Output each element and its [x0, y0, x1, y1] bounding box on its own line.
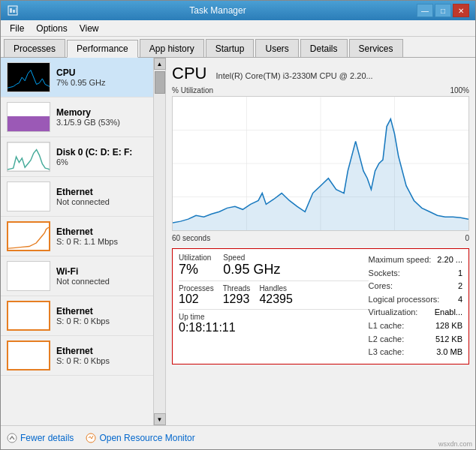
menu-bar: File Options View — [1, 20, 475, 37]
ethernet3-stat: S: 0 R: 0 Kbps — [56, 316, 147, 326]
chart-label-right: 100% — [450, 86, 469, 94]
window-controls: — □ ✕ — [417, 4, 469, 17]
cpu-chart — [172, 96, 469, 231]
ethernet3-thumbnail — [7, 301, 50, 331]
sidebar-item-wifi[interactable]: Wi-Fi Not connected — [1, 256, 153, 296]
main-panel: CPU Intel(R) Core(TM) i3-2330M CPU @ 2.2… — [166, 58, 475, 425]
sidebar-item-ethernet3[interactable]: Ethernet S: 0 R: 0 Kbps — [1, 296, 153, 336]
tab-startup[interactable]: Startup — [206, 39, 255, 57]
ethernet1-stat: Not connected — [56, 197, 147, 206]
wifi-thumbnail — [7, 261, 50, 291]
watermark: wsxdn.com — [438, 440, 472, 448]
ethernet4-info: Ethernet S: 0 R: 0 Kbps — [56, 346, 147, 365]
sidebar-item-ethernet2[interactable]: Ethernet S: 0 R: 1.1 Mbps — [1, 217, 153, 256]
right-stat-l1: L1 cache: 128 KB — [369, 320, 462, 333]
svg-point-15 — [8, 434, 17, 442]
sidebar-item-memory[interactable]: Memory 3.1/5.9 GB (53%) — [1, 98, 153, 137]
menu-options[interactable]: Options — [30, 22, 73, 35]
cpu-stat: 7% 0.95 GHz — [56, 78, 147, 87]
cpu-description: Intel(R) Core(TM) i3-2330M CPU @ 2.20... — [215, 71, 372, 80]
disk-name: Disk 0 (C: D: E: F: — [56, 147, 147, 158]
minimize-button[interactable]: — — [417, 4, 433, 17]
memory-thumbnail — [7, 102, 50, 132]
disk-info: Disk 0 (C: D: E: F: 6% — [56, 147, 147, 166]
sidebar-item-ethernet1[interactable]: Ethernet Not connected — [1, 177, 153, 217]
maximize-button[interactable]: □ — [435, 4, 451, 17]
stats-box: Utilization 7% Speed 0.95 GHz — [172, 248, 469, 364]
tab-services[interactable]: Services — [349, 39, 403, 57]
right-stat-sockets: Sockets: 1 — [369, 267, 462, 280]
chevron-up-icon — [7, 433, 17, 443]
stats-left: Utilization 7% Speed 0.95 GHz — [179, 254, 369, 334]
uptime-value: 0:18:11:11 — [179, 321, 369, 334]
open-resource-monitor-button[interactable]: Open Resource Monitor — [86, 433, 194, 443]
chart-time-row: 60 seconds 0 — [172, 234, 469, 242]
stats-main-row: Utilization 7% Speed 0.95 GHz — [179, 254, 462, 359]
svg-rect-6 — [8, 223, 49, 250]
content-area: CPU 7% 0.95 GHz Memory 3.1/5.9 GB (53%) — [1, 58, 475, 425]
handles-group: Handles 42395 — [259, 284, 293, 306]
task-manager-window: Task Manager — □ ✕ File Options View Pro… — [0, 0, 476, 450]
wifi-stat: Not connected — [56, 277, 147, 286]
open-resource-monitor-label: Open Resource Monitor — [99, 433, 194, 443]
ethernet2-stat: S: 0 R: 1.1 Mbps — [56, 237, 147, 246]
threads-label: Threads — [223, 284, 251, 292]
close-button[interactable]: ✕ — [453, 4, 469, 17]
memory-name: Memory — [56, 107, 147, 118]
bottom-bar: Fewer details Open Resource Monitor wsxd… — [1, 425, 475, 449]
svg-rect-4 — [8, 63, 50, 92]
disk-stat: 6% — [56, 158, 147, 166]
wifi-info: Wi-Fi Not connected — [56, 266, 147, 286]
right-stat-cores: Cores: 2 — [369, 280, 462, 293]
speed-label: Speed — [223, 254, 280, 262]
uptime-label: Up time — [179, 313, 369, 321]
processes-value: 102 — [179, 292, 214, 306]
sidebar-item-disk[interactable]: Disk 0 (C: D: E: F: 6% — [1, 137, 153, 177]
sidebar-item-cpu[interactable]: CPU 7% 0.95 GHz — [1, 58, 153, 98]
window-icon — [7, 4, 19, 16]
cpu-thumbnail — [7, 62, 50, 92]
svg-rect-3 — [16, 8, 17, 13]
memory-stat: 3.1/5.9 GB (53%) — [56, 118, 147, 127]
right-stats: Maximum speed: 2.20 ... Sockets: 1 Cores… — [369, 254, 462, 359]
scroll-thumb[interactable] — [155, 71, 165, 94]
chart-time-right: 0 — [465, 234, 469, 242]
cpu-info: CPU 7% 0.95 GHz — [56, 68, 147, 87]
ethernet1-thumbnail — [7, 182, 50, 212]
disk-thumbnail — [7, 142, 50, 172]
speed-value: 0.95 GHz — [223, 262, 280, 278]
chart-time-left: 60 seconds — [172, 234, 210, 242]
menu-file[interactable]: File — [4, 22, 30, 35]
processes-group: Processes 102 — [179, 284, 214, 306]
scroll-up-button[interactable]: ▲ — [154, 58, 166, 70]
tab-users[interactable]: Users — [255, 39, 298, 57]
ethernet4-thumbnail — [7, 340, 50, 370]
sidebar-item-ethernet4[interactable]: Ethernet S: 0 R: 0 Kbps — [1, 336, 153, 376]
svg-rect-1 — [10, 8, 12, 13]
right-stat-l3: L3 cache: 3.0 MB — [369, 346, 462, 359]
memory-info: Memory 3.1/5.9 GB (53%) — [56, 107, 147, 127]
threads-value: 1293 — [223, 292, 251, 306]
ethernet2-name: Ethernet — [56, 226, 147, 237]
right-stat-logical: Logical processors: 4 — [369, 293, 462, 307]
window-title: Task Manager — [19, 5, 417, 16]
tab-details[interactable]: Details — [300, 39, 348, 57]
tab-performance[interactable]: Performance — [67, 40, 138, 58]
right-stat-l2: L2 cache: 512 KB — [369, 333, 462, 346]
wifi-name: Wi-Fi — [56, 266, 147, 277]
processes-label: Processes — [179, 284, 214, 292]
menu-view[interactable]: View — [74, 22, 105, 35]
uptime-group: Up time 0:18:11:11 — [179, 313, 369, 334]
tab-processes[interactable]: Processes — [4, 39, 65, 57]
utilization-group: Utilization 7% — [179, 254, 211, 278]
sidebar: CPU 7% 0.95 GHz Memory 3.1/5.9 GB (53%) — [1, 58, 153, 425]
chart-label-left: % Utilization — [172, 86, 213, 94]
tab-app-history[interactable]: App history — [140, 39, 204, 57]
sidebar-scrollbar[interactable]: ▲ ▼ — [153, 58, 165, 425]
speed-group: Speed 0.95 GHz — [223, 254, 280, 278]
scroll-down-button[interactable]: ▼ — [154, 413, 166, 425]
fewer-details-button[interactable]: Fewer details — [7, 433, 74, 443]
cpu-header: CPU Intel(R) Core(TM) i3-2330M CPU @ 2.2… — [172, 64, 469, 83]
right-stat-max-speed: Maximum speed: 2.20 ... — [369, 254, 462, 267]
utilization-value: 7% — [179, 262, 211, 278]
